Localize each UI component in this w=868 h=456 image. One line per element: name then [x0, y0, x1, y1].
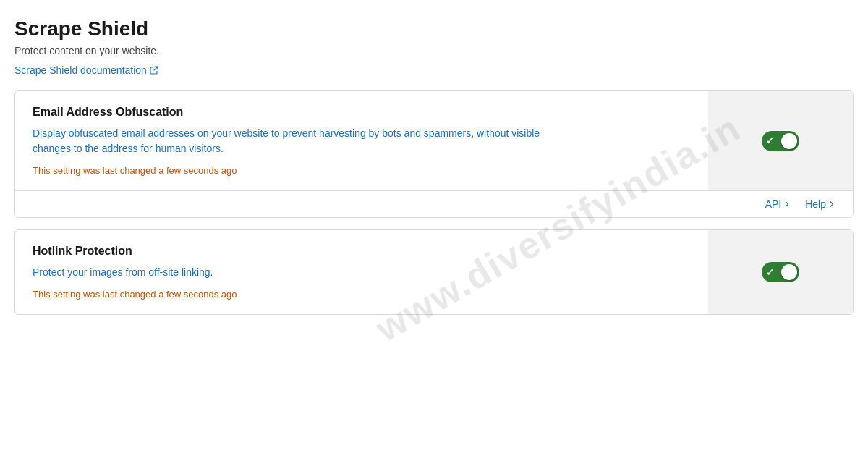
hotlink-protection-content: Hotlink Protection Protect your images f…: [15, 230, 708, 314]
email-obfuscation-title: Email Address Obfuscation: [33, 106, 691, 119]
toggle-thumb: [781, 264, 797, 280]
external-link-icon: [150, 66, 158, 75]
api-label: API: [765, 198, 782, 210]
page-title: Scrape Shield: [14, 17, 854, 41]
hotlink-protection-timestamp: This setting was last changed a few seco…: [33, 289, 691, 300]
email-obfuscation-toggle[interactable]: ✓: [762, 131, 799, 151]
email-obfuscation-card: Email Address Obfuscation Display obfusc…: [14, 90, 854, 218]
doc-link[interactable]: Scrape Shield documentation: [14, 64, 158, 76]
help-link[interactable]: Help: [805, 198, 835, 210]
hotlink-protection-card: Hotlink Protection Protect your images f…: [14, 229, 854, 315]
toggle-check-icon: ✓: [766, 136, 774, 145]
hotlink-protection-title: Hotlink Protection: [33, 245, 691, 258]
email-obfuscation-description: Display obfuscated email addresses on yo…: [33, 126, 553, 156]
page-subtitle: Protect content on your website.: [14, 45, 854, 56]
help-label: Help: [805, 198, 826, 210]
api-chevron-icon: [783, 200, 791, 208]
doc-link-label: Scrape Shield documentation: [14, 64, 147, 76]
toggle-check-icon: ✓: [766, 268, 774, 277]
email-obfuscation-action: ✓: [708, 91, 853, 190]
email-obfuscation-timestamp: This setting was last changed a few seco…: [33, 165, 691, 176]
hotlink-protection-description: Protect your images from off-site linkin…: [33, 265, 553, 280]
help-chevron-icon: [828, 200, 835, 208]
hotlink-protection-action: ✓: [708, 230, 853, 314]
hotlink-protection-toggle[interactable]: ✓: [762, 262, 799, 282]
api-link[interactable]: API: [765, 198, 791, 210]
email-obfuscation-footer: API Help: [15, 190, 853, 217]
toggle-thumb: [781, 133, 797, 149]
email-obfuscation-content: Email Address Obfuscation Display obfusc…: [15, 91, 708, 190]
